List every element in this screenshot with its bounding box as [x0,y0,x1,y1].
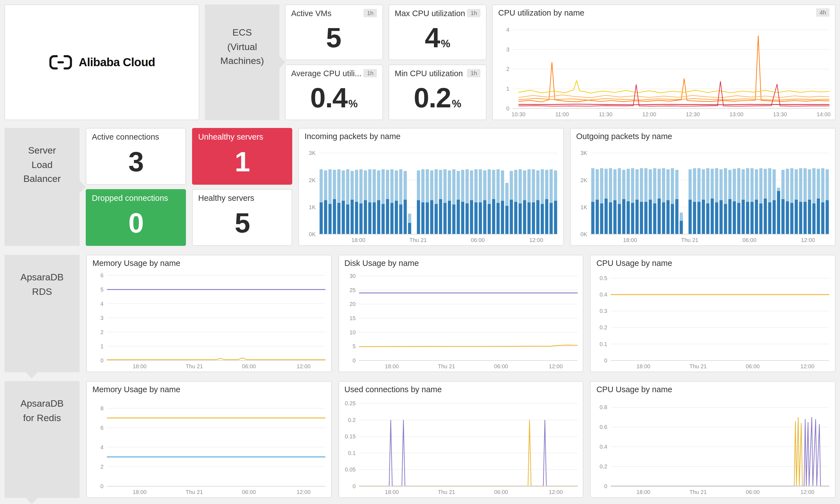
svg-text:12:00: 12:00 [548,363,562,370]
group-label-redis: ApsaraDB for Redis [4,381,80,498]
stat-dropped-connections: Dropped connections 0 [86,189,186,246]
chart-canvas: 00.050.10.150.20.2518:00Thu 2106:0012:00 [339,395,583,497]
panel-rds-disk-usage-chart: Disk Usage by name 05101520253018:00Thu … [338,255,583,372]
svg-text:12:00: 12:00 [801,237,815,243]
alibaba-cloud-logo: Alibaba Cloud [49,54,155,71]
svg-text:12:00: 12:00 [801,363,815,370]
stat-value: 1 [234,148,250,176]
group-label-ecs: ECS (Virtual Machines) [205,4,279,120]
svg-text:0.4: 0.4 [600,444,608,450]
svg-text:2: 2 [101,464,104,470]
svg-text:18:00: 18:00 [133,489,147,495]
svg-text:0K: 0K [309,231,316,237]
panel-redis-cpu-usage-chart: CPU Usage by name 00.20.40.60.818:00Thu … [590,381,836,498]
svg-text:12:00: 12:00 [642,111,656,118]
svg-text:12:00: 12:00 [548,489,562,495]
group-label-ecs-text: ECS (Virtual Machines) [221,27,264,66]
svg-text:5: 5 [101,287,104,293]
redis-cpu-usage-plot[interactable]: 00.20.40.60.818:00Thu 2106:0012:00 [591,395,835,497]
svg-text:11:30: 11:30 [599,111,613,118]
outgoing-packets-plot[interactable]: 0K1K2K3K18:00Thu 2106:0012:00 [571,142,835,245]
svg-text:18:00: 18:00 [636,363,650,370]
stat-value: 3 [128,148,143,176]
incoming-packets-plot[interactable]: 0K1K2K3K18:00Thu 2106:0012:00 [299,142,563,245]
svg-text:06:00: 06:00 [242,489,256,495]
stat-min-cpu-utilization: Min CPU utilization 1h 0.2% [388,65,487,120]
stat-healthy-servers: Healthy servers 5 [192,189,292,246]
cpu-utilization-plot[interactable]: 0123410:3011:0011:3012:0012:3013:0013:30… [493,18,835,120]
svg-text:18:00: 18:00 [385,363,399,370]
svg-text:12:00: 12:00 [297,363,311,370]
chart-title: Incoming packets by name [304,132,401,141]
redis-used-connections-plot[interactable]: 00.050.10.150.20.2518:00Thu 2106:0012:00 [339,395,583,497]
stat-title: Max CPU utilization [395,9,465,18]
stat-title: Healthy servers [198,194,254,202]
row-ecs: Alibaba Cloud ECS (Virtual Machines) Act… [4,4,836,120]
svg-text:Thu 21: Thu 21 [186,489,203,495]
svg-text:2K: 2K [309,177,316,183]
svg-text:0: 0 [506,105,509,111]
svg-text:0.6: 0.6 [600,424,608,430]
svg-text:1: 1 [101,343,104,349]
rds-cpu-usage-plot[interactable]: 00.10.20.30.40.518:00Thu 2106:0012:00 [591,269,835,372]
svg-text:30: 30 [349,273,355,279]
chart-title: Disk Usage by name [344,259,419,268]
svg-text:8: 8 [101,405,104,411]
svg-text:Thu 21: Thu 21 [186,363,203,370]
panel-cpu-utilization-chart: CPU utilization by name 4h 0123410:3011:… [492,4,836,120]
svg-text:14:00: 14:00 [817,111,830,118]
stat-title: Dropped connections [92,194,168,202]
row-server-load-balancer: Server Load Balancer Active connections … [4,128,836,246]
slb-stat-column-1: Active connections 3 Dropped connections… [86,128,186,246]
svg-text:0.2: 0.2 [600,324,608,330]
rds-disk-usage-plot[interactable]: 05101520253018:00Thu 2106:0012:00 [339,269,583,372]
time-range-badge: 1h [467,9,480,17]
svg-text:06:00: 06:00 [494,489,508,495]
svg-text:1K: 1K [581,204,588,210]
time-range-badge: 1h [364,69,377,77]
stat-average-cpu-utilization: Average CPU utili... 1h 0.4% [285,65,383,120]
svg-text:12:00: 12:00 [801,489,815,495]
svg-text:13:00: 13:00 [730,111,743,118]
stat-unhealthy-servers: Unhealthy servers 1 [192,128,292,185]
svg-text:0.5: 0.5 [600,275,608,281]
chart-title: CPU utilization by name [498,8,584,17]
svg-text:06:00: 06:00 [742,237,756,243]
rds-memory-usage-plot[interactable]: 012345618:00Thu 2106:0012:00 [87,269,331,372]
group-label-slb-text: Server Load Balancer [23,145,61,184]
svg-text:12:30: 12:30 [686,111,700,118]
stat-value: 0.2% [414,84,461,111]
svg-text:0: 0 [605,483,608,489]
chart-canvas: 012345618:00Thu 2106:0012:00 [87,269,331,372]
chart-canvas: 00.10.20.30.40.518:00Thu 2106:0012:00 [591,269,835,372]
chart-title: Memory Usage by name [92,385,180,394]
chart-title: Outgoing packets by name [576,132,672,141]
group-label-slb: Server Load Balancer [4,128,80,246]
chart-title: CPU Usage by name [596,385,672,394]
chart-title: Memory Usage by name [92,259,180,268]
svg-text:5: 5 [352,343,355,349]
redis-memory-usage-plot[interactable]: 0246818:00Thu 2106:0012:00 [87,395,331,497]
group-label-redis-text: ApsaraDB for Redis [21,398,64,423]
svg-text:10:30: 10:30 [511,111,525,118]
stat-value: 0 [128,209,143,237]
svg-text:2: 2 [101,329,104,335]
stat-value: 5 [234,209,250,237]
svg-text:06:00: 06:00 [242,363,256,370]
svg-text:2: 2 [506,66,509,72]
svg-text:18:00: 18:00 [133,363,147,370]
time-range-badge: 4h [816,8,829,16]
stat-title: Active connections [92,132,159,141]
svg-text:06:00: 06:00 [471,237,485,243]
svg-text:0.15: 0.15 [345,433,355,439]
svg-text:Thu 21: Thu 21 [681,237,698,243]
svg-text:0.25: 0.25 [345,400,355,407]
svg-text:06:00: 06:00 [746,489,760,495]
alibaba-cloud-logo-panel: Alibaba Cloud [4,4,199,120]
slb-stat-column-2: Unhealthy servers 1 Healthy servers 5 [192,128,292,246]
stat-active-vms: Active VMs 1h 5 [285,4,383,60]
chart-canvas: 00.20.40.60.818:00Thu 2106:0012:00 [591,395,835,497]
svg-text:0: 0 [352,483,355,489]
stat-value: 0.4% [310,84,358,111]
svg-text:3: 3 [506,47,509,53]
